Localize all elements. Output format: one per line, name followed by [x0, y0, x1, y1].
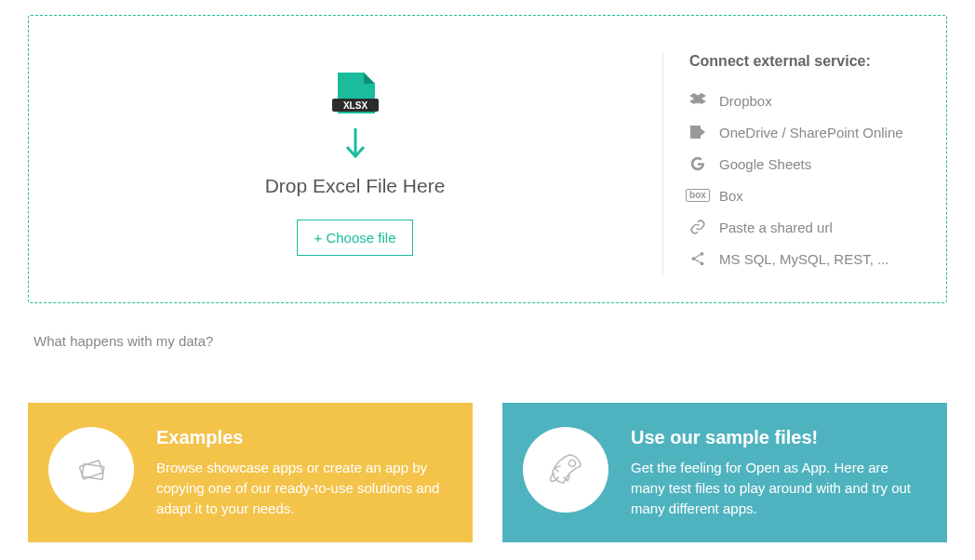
service-databases[interactable]: MS SQL, MySQL, REST, ... — [689, 243, 928, 274]
dropbox-icon — [689, 92, 706, 109]
onedrive-icon — [689, 124, 706, 140]
svg-rect-11 — [82, 464, 104, 480]
rocket-icon — [523, 427, 608, 513]
choose-file-button[interactable]: + Choose file — [297, 220, 414, 256]
share-icon — [689, 250, 706, 267]
data-question-link[interactable]: What happens with my data? — [33, 333, 947, 349]
external-services: Connect external service: Dropbox OneDri… — [662, 53, 928, 274]
link-icon — [689, 219, 706, 235]
drop-area[interactable]: XLSX Drop Excel File Here + Choose file — [47, 53, 662, 274]
cards-row: Examples Browse showcase apps or create … — [28, 403, 947, 542]
svg-marker-4 — [701, 128, 705, 136]
services-title: Connect external service: — [689, 53, 928, 70]
google-icon — [689, 155, 706, 172]
service-label: Dropbox — [719, 93, 772, 109]
svg-point-5 — [692, 257, 696, 260]
service-label: OneDrive / SharePoint Online — [719, 125, 903, 140]
samples-card[interactable]: Use our sample files! Get the feeling fo… — [502, 403, 947, 542]
service-box[interactable]: box Box — [689, 180, 928, 211]
svg-line-8 — [695, 255, 701, 259]
drop-title: Drop Excel File Here — [265, 175, 446, 197]
svg-point-7 — [701, 261, 704, 265]
service-onedrive[interactable]: OneDrive / SharePoint Online — [689, 116, 928, 148]
svg-text:XLSX: XLSX — [342, 100, 367, 110]
box-icon: box — [689, 187, 706, 204]
svg-point-6 — [701, 252, 704, 256]
service-google-sheets[interactable]: Google Sheets — [689, 148, 928, 180]
examples-title: Examples — [156, 427, 447, 448]
svg-point-12 — [569, 460, 576, 467]
svg-rect-3 — [690, 126, 701, 139]
examples-body: Browse showcase apps or create an app by… — [156, 458, 447, 518]
service-paste-url[interactable]: Paste a shared url — [689, 211, 928, 243]
xlsx-file-icon: XLSX — [332, 73, 379, 162]
service-dropbox[interactable]: Dropbox — [689, 85, 928, 116]
service-label: MS SQL, MySQL, REST, ... — [719, 251, 889, 267]
samples-body: Get the feeling for Open as App. Here ar… — [631, 458, 921, 518]
examples-icon — [48, 427, 134, 513]
service-label: Google Sheets — [719, 156, 811, 172]
arrow-down-icon — [344, 127, 367, 162]
dropzone[interactable]: XLSX Drop Excel File Here + Choose file … — [28, 15, 947, 303]
svg-line-9 — [695, 260, 701, 263]
service-label: Paste a shared url — [719, 220, 833, 235]
service-label: Box — [719, 188, 743, 204]
examples-card[interactable]: Examples Browse showcase apps or create … — [28, 403, 473, 542]
samples-title: Use our sample files! — [631, 427, 921, 448]
